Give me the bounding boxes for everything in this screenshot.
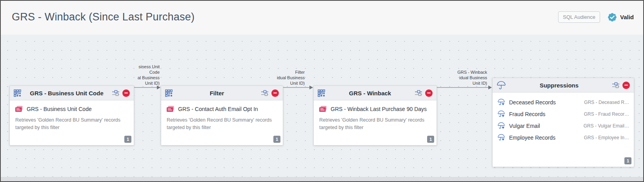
audience-cards-icon (319, 106, 327, 112)
suppression-row[interactable]: Deceased Records GRS - Deceased R… (493, 96, 634, 108)
filter-item-name: GRS - Winback Last Purchase 90 Days (331, 106, 427, 112)
suppression-row[interactable]: Fraud Records GRS - Fraud Recor… (493, 108, 634, 120)
node-description: Retrieves 'Golden Record BU Summary' rec… (167, 116, 277, 131)
connector-arrow-3 (437, 87, 491, 88)
umbrella-suppress-icon (497, 122, 505, 130)
suppression-row[interactable]: Vulgar Email GRS - Vulgar Email… (493, 120, 634, 132)
node-count-badge: 1 (273, 136, 280, 143)
connector-label-3: GRS - Winback idual Business Unit ID) (441, 69, 487, 86)
connector-arrow-1 (134, 87, 160, 88)
node-count-badge: 1 (624, 157, 631, 164)
remove-node-button[interactable] (622, 82, 630, 89)
node-body: GRS - Contact Auth Email Opt In Retrieve… (161, 100, 283, 135)
umbrella-suppress-icon (497, 98, 505, 106)
node-description: Retrieves 'Golden Record BU Summary' rec… (319, 116, 431, 131)
node-title: GRS - Business Unit Code (24, 90, 109, 96)
header-bar: GRS - Winback (Since Last Purchase) SQL … (1, 1, 643, 35)
umbrella-icon (497, 81, 506, 90)
suppression-label: Fraud Records (509, 111, 546, 117)
node-filter[interactable]: Filter (161, 86, 283, 146)
settings-sliders-icon[interactable] (415, 90, 422, 96)
node-title: GRS - Winback (328, 90, 412, 96)
remove-node-button[interactable] (271, 89, 279, 97)
suppression-row[interactable]: Employee Records GRS - Employee In… (493, 132, 634, 144)
suppression-value: GRS - Employee In… (584, 135, 629, 140)
valid-seal-icon (607, 12, 617, 22)
node-title: Filter (176, 90, 258, 96)
node-count-badge: 1 (427, 136, 434, 143)
grid-icon (318, 89, 325, 97)
connector-label-2: Filter idual Business Unit ID) (260, 69, 305, 86)
node-header: GRS - Business Unit Code (10, 86, 134, 100)
settings-sliders-icon[interactable] (612, 82, 619, 89)
audience-cards-icon (167, 106, 175, 112)
suppression-label: Deceased Records (509, 99, 556, 106)
grid-icon (165, 89, 173, 97)
node-body: GRS - Winback Last Purchase 90 Days Retr… (314, 100, 437, 135)
settings-sliders-icon[interactable] (261, 90, 268, 96)
node-header: Suppressions (493, 78, 634, 93)
remove-node-button[interactable] (122, 89, 130, 97)
audience-cards-icon (15, 106, 23, 112)
suppression-value: GRS - Fraud Recor… (584, 111, 629, 117)
connector-label-1: siness Unit Code al Business Unit ID) (118, 64, 160, 86)
grid-icon (14, 89, 21, 97)
node-grs-winback[interactable]: GRS - Winback (313, 86, 437, 146)
node-grs-business-unit-code[interactable]: GRS - Business Unit Code (9, 86, 134, 146)
remove-node-button[interactable] (425, 89, 433, 97)
node-body: GRS - Business Unit Code Retrieves 'Gold… (10, 100, 134, 135)
node-title: Suppressions (509, 82, 609, 89)
header-right-group: SQL Audience Valid (558, 11, 634, 23)
settings-sliders-icon[interactable] (112, 90, 119, 96)
filter-item-name: GRS - Contact Auth Email Opt In (178, 106, 258, 112)
node-count-badge: 1 (124, 136, 131, 143)
app-window: GRS - Winback (Since Last Purchase) SQL … (0, 0, 644, 182)
suppression-label: Vulgar Email (509, 123, 540, 129)
node-header: Filter (161, 86, 283, 100)
horizontal-scrollbar[interactable] (1, 177, 643, 181)
node-suppressions[interactable]: Suppressions (492, 78, 634, 167)
connector-arrow-2 (283, 87, 313, 88)
suppression-value: GRS - Deceased R… (584, 100, 629, 105)
suppressions-list: Deceased Records GRS - Deceased R… Fraud… (493, 93, 634, 144)
umbrella-suppress-icon (497, 134, 505, 142)
validation-status: Valid (607, 12, 634, 22)
filter-item-row[interactable]: GRS - Contact Auth Email Opt In (167, 106, 277, 112)
valid-label: Valid (620, 14, 634, 20)
page-title: GRS - Winback (Since Last Purchase) (12, 11, 195, 23)
audience-type-badge: SQL Audience (558, 11, 600, 23)
node-description: Retrieves 'Golden Record BU Summary' rec… (15, 116, 128, 131)
suppression-value: GRS - Vulgar Email… (584, 123, 629, 129)
filter-item-row[interactable]: GRS - Business Unit Code (15, 106, 128, 112)
filter-item-row[interactable]: GRS - Winback Last Purchase 90 Days (319, 106, 431, 112)
node-header: GRS - Winback (314, 86, 437, 100)
filter-item-name: GRS - Business Unit Code (27, 106, 92, 112)
suppression-label: Employee Records (509, 135, 555, 141)
umbrella-suppress-icon (497, 110, 505, 118)
